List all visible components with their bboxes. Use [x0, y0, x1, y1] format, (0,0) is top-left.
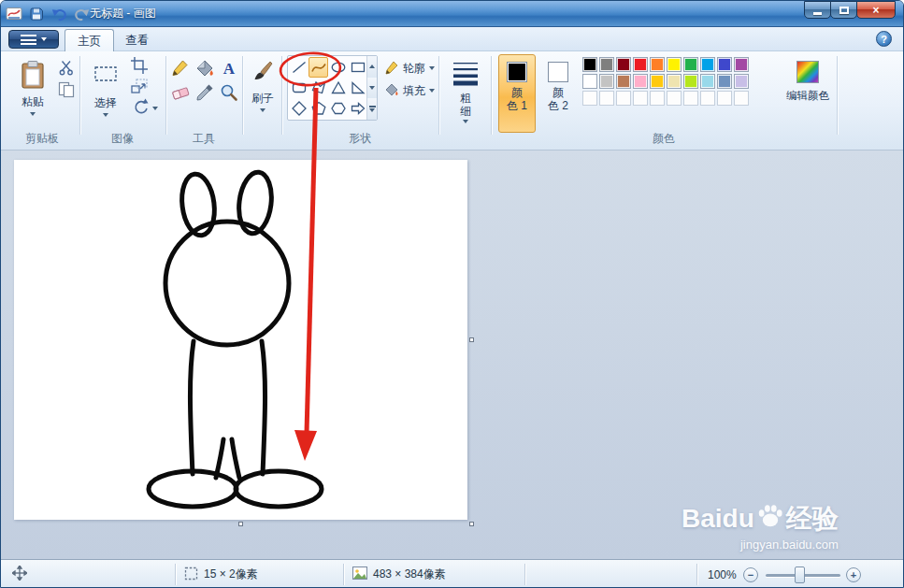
- cut-button[interactable]: [55, 59, 78, 79]
- paint-window: 无标题 - 画图 × 主页 查看 ? 粘贴 剪贴板 选择: [0, 0, 904, 588]
- shape-rounded-rectangle[interactable]: [289, 78, 309, 98]
- color1-label-line1: 颜: [511, 86, 523, 99]
- shapes-scroll-down-button[interactable]: [367, 78, 377, 99]
- color1-button[interactable]: 颜 色 1: [498, 54, 536, 133]
- watermark-suffix: 经验: [786, 501, 839, 537]
- text-tool-button[interactable]: A: [218, 57, 240, 79]
- shape-outline-button[interactable]: 轮廓: [384, 59, 435, 78]
- palette-color-1-6[interactable]: [667, 57, 682, 72]
- undo-button[interactable]: [50, 5, 68, 23]
- copy-button[interactable]: [55, 81, 78, 102]
- chevron-down-icon: [41, 37, 47, 41]
- edit-colors-button[interactable]: 编辑颜色: [782, 55, 833, 130]
- palette-color-2-8[interactable]: [700, 74, 715, 89]
- drawing-canvas[interactable]: [14, 160, 467, 520]
- zoom-level-value: 100%: [708, 568, 737, 581]
- brushes-button[interactable]: 刷子: [246, 55, 280, 130]
- shape-polygon[interactable]: [309, 78, 328, 98]
- palette-color-1-7[interactable]: [683, 57, 698, 72]
- triangle-down-icon: [369, 108, 375, 112]
- shape-fill-button[interactable]: 填充: [384, 81, 435, 100]
- minus-icon: −: [748, 570, 753, 581]
- shape-curve[interactable]: [309, 57, 328, 78]
- palette-color-2-3[interactable]: [616, 74, 631, 89]
- palette-color-2-6[interactable]: [667, 74, 682, 89]
- crop-button[interactable]: [128, 57, 151, 78]
- shape-triangle[interactable]: [328, 78, 348, 98]
- palette-color-1-2[interactable]: [599, 57, 614, 72]
- palette-color-1-8[interactable]: [700, 57, 715, 72]
- zoom-slider-handle[interactable]: [795, 566, 805, 583]
- palette-color-1-10[interactable]: [734, 57, 749, 72]
- color-picker-tool-button[interactable]: [194, 81, 216, 104]
- chevron-down-icon: [260, 108, 265, 112]
- palette-empty-5[interactable]: [650, 91, 665, 106]
- shapes-scroll-up-button[interactable]: [367, 56, 377, 78]
- rainbow-icon: [796, 61, 819, 83]
- palette-empty-6[interactable]: [667, 91, 682, 106]
- fill-tool-button[interactable]: [194, 57, 216, 79]
- palette-color-2-10[interactable]: [734, 74, 749, 89]
- select-label: 选择: [94, 96, 117, 109]
- color2-button[interactable]: 颜 色 2: [539, 54, 577, 133]
- palette-empty-7[interactable]: [683, 91, 698, 106]
- outline-label: 轮廓: [403, 61, 425, 77]
- canvas-resize-handle-right[interactable]: [469, 337, 474, 342]
- shapes-more-button[interactable]: [367, 98, 377, 120]
- shape-right-triangle[interactable]: [348, 78, 367, 98]
- pencil-tool-button[interactable]: [169, 57, 192, 79]
- zoom-out-button[interactable]: −: [743, 567, 758, 582]
- paint-app-icon[interactable]: [5, 5, 23, 23]
- paste-label: 粘贴: [22, 95, 44, 108]
- palette-color-1-5[interactable]: [650, 57, 665, 72]
- more-bar-icon: [369, 106, 376, 108]
- eraser-tool-button[interactable]: [169, 81, 192, 104]
- palette-color-1-4[interactable]: [633, 57, 648, 72]
- canvas-resize-handle-bottom[interactable]: [238, 522, 243, 526]
- color2-label-line2: 色 2: [548, 99, 568, 112]
- palette-empty-10[interactable]: [734, 91, 749, 106]
- palette-empty-3[interactable]: [616, 91, 631, 106]
- rotate-button[interactable]: [128, 98, 160, 119]
- palette-color-2-4[interactable]: [633, 74, 648, 89]
- canvas-resize-handle-corner[interactable]: [469, 522, 474, 526]
- palette-color-2-1[interactable]: [582, 74, 597, 89]
- redo-button[interactable]: [72, 5, 91, 23]
- maximize-button[interactable]: [830, 1, 857, 19]
- help-icon[interactable]: ?: [876, 31, 892, 47]
- shape-rectangle[interactable]: [348, 57, 367, 78]
- line-size-button[interactable]: 粗 细: [444, 55, 487, 134]
- palette-color-1-3[interactable]: [616, 57, 631, 72]
- application-menu-button[interactable]: [8, 30, 59, 49]
- size-label-line1: 粗: [460, 92, 471, 105]
- palette-color-1-9[interactable]: [717, 57, 732, 72]
- palette-color-2-5[interactable]: [650, 74, 665, 89]
- tab-view[interactable]: 查看: [113, 29, 161, 51]
- shape-line[interactable]: [289, 57, 309, 78]
- palette-color-2-9[interactable]: [717, 74, 732, 89]
- shape-right-arrow[interactable]: [348, 98, 367, 119]
- minimize-button[interactable]: [804, 1, 831, 19]
- palette-empty-2[interactable]: [599, 91, 614, 106]
- palette-color-1-1[interactable]: [582, 57, 597, 72]
- palette-empty-1[interactable]: [582, 91, 597, 106]
- shape-oval[interactable]: [328, 57, 348, 78]
- shape-diamond[interactable]: [289, 98, 309, 119]
- palette-empty-9[interactable]: [717, 91, 732, 106]
- select-button[interactable]: 选择: [87, 55, 124, 130]
- scissors-icon: [58, 59, 75, 79]
- palette-empty-4[interactable]: [633, 91, 648, 106]
- resize-button[interactable]: [128, 78, 151, 98]
- shape-pentagon[interactable]: [309, 98, 328, 119]
- tab-home[interactable]: 主页: [65, 29, 114, 51]
- shape-hexagon[interactable]: [328, 98, 348, 119]
- close-button[interactable]: ×: [856, 1, 896, 19]
- magnifier-tool-button[interactable]: [218, 81, 240, 104]
- clipboard-paste-icon: [21, 60, 45, 93]
- save-button[interactable]: [27, 5, 46, 23]
- palette-color-2-2[interactable]: [599, 74, 614, 89]
- palette-color-2-7[interactable]: [683, 74, 698, 89]
- paste-button[interactable]: 粘贴: [12, 55, 53, 130]
- zoom-in-button[interactable]: +: [846, 567, 861, 582]
- palette-empty-8[interactable]: [700, 91, 715, 106]
